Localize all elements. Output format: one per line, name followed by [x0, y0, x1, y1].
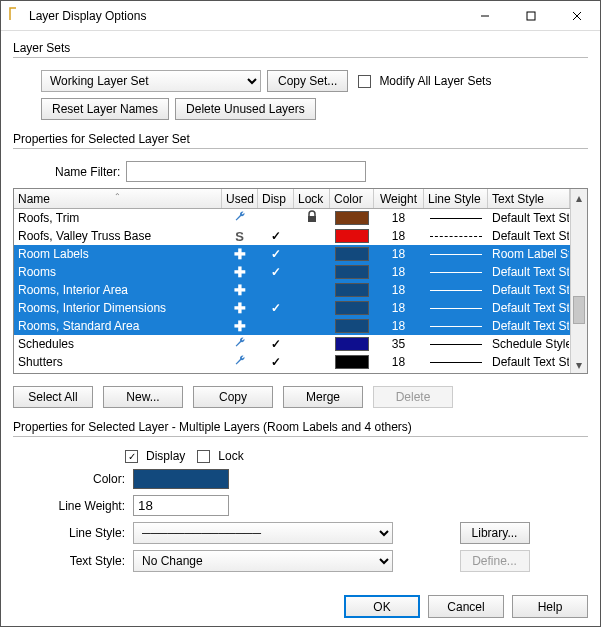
check-icon: ✓ — [271, 337, 281, 351]
cell-used: ✚ — [222, 263, 258, 281]
copy-set-button[interactable]: Copy Set... — [267, 70, 348, 92]
wrench-icon — [233, 354, 247, 371]
line-weight-input[interactable] — [133, 495, 229, 516]
cell-disp[interactable]: ✓ — [258, 227, 294, 245]
cell-textstyle: Default Text Style — [488, 317, 570, 335]
col-lock[interactable]: Lock — [294, 189, 330, 208]
scroll-down-icon[interactable]: ▾ — [571, 356, 587, 373]
cell-color[interactable] — [330, 263, 374, 281]
cell-lock[interactable] — [294, 281, 330, 299]
plus-icon: ✚ — [234, 264, 246, 280]
check-icon: ✓ — [271, 229, 281, 243]
delete-unused-layers-button[interactable]: Delete Unused Layers — [175, 98, 316, 120]
cell-lock[interactable] — [294, 245, 330, 263]
maximize-button[interactable] — [508, 1, 554, 30]
cell-color[interactable] — [330, 335, 374, 353]
cell-disp[interactable]: ✓ — [258, 263, 294, 281]
table-row[interactable]: Rooms, Interior Area✚18Default Text Styl… — [14, 281, 570, 299]
table-row[interactable]: Shutters✓18Default Text Style — [14, 353, 570, 371]
col-used[interactable]: Used — [222, 189, 258, 208]
table-row[interactable]: Rooms✚✓18Default Text Style — [14, 263, 570, 281]
color-swatch[interactable] — [133, 469, 229, 489]
cell-lock[interactable] — [294, 263, 330, 281]
col-name[interactable]: Name — [18, 192, 50, 206]
cell-lock[interactable] — [294, 299, 330, 317]
cell-color[interactable] — [330, 299, 374, 317]
table-row[interactable]: Rooms, Interior Dimensions✚✓18Default Te… — [14, 299, 570, 317]
ok-button[interactable]: OK — [344, 595, 420, 618]
vertical-scrollbar[interactable]: ▴ ▾ — [570, 189, 587, 373]
table-row[interactable]: Roofs, Trim18Default Text Style — [14, 209, 570, 227]
table-header[interactable]: Name⌃ Used Disp Lock Color Weight Line S… — [14, 189, 570, 209]
scroll-up-icon[interactable]: ▴ — [571, 189, 587, 206]
cell-lock[interactable] — [294, 209, 330, 227]
cell-lock[interactable] — [294, 353, 330, 371]
layer-set-select[interactable]: Working Layer Set — [41, 70, 261, 92]
cell-linestyle — [424, 353, 488, 371]
library-button[interactable]: Library... — [460, 522, 530, 544]
check-icon: ✓ — [271, 247, 281, 261]
cell-weight: 18 — [374, 227, 424, 245]
cell-weight: 18 — [374, 299, 424, 317]
col-disp[interactable]: Disp — [258, 189, 294, 208]
text-style-select[interactable]: No Change — [133, 550, 393, 572]
cell-used: S — [222, 227, 258, 245]
col-color[interactable]: Color — [330, 189, 374, 208]
cell-color[interactable] — [330, 245, 374, 263]
line-style-select[interactable]: ────────────── — [133, 522, 393, 544]
cell-used: ✚ — [222, 299, 258, 317]
copy-layer-button[interactable]: Copy — [193, 386, 273, 408]
minimize-button[interactable] — [462, 1, 508, 30]
cell-color[interactable] — [330, 227, 374, 245]
cell-disp[interactable]: ✓ — [258, 299, 294, 317]
name-filter-input[interactable] — [126, 161, 366, 182]
col-textstyle[interactable]: Text Style — [488, 189, 570, 208]
cell-linestyle — [424, 245, 488, 263]
cell-disp[interactable]: ✓ — [258, 335, 294, 353]
help-button[interactable]: Help — [512, 595, 588, 618]
cell-lock[interactable] — [294, 227, 330, 245]
scroll-thumb[interactable] — [573, 296, 585, 324]
modify-all-checkbox[interactable]: Modify All Layer Sets — [358, 74, 491, 88]
table-row[interactable]: Room Labels✚✓18Room Label Style — [14, 245, 570, 263]
cell-linestyle — [424, 227, 488, 245]
merge-button[interactable]: Merge — [283, 386, 363, 408]
cell-textstyle: Room Label Style — [488, 245, 570, 263]
check-icon: ✓ — [271, 301, 281, 315]
table-row[interactable]: Roofs, Valley Truss BaseS✓18Default Text… — [14, 227, 570, 245]
cell-disp[interactable]: ✓ — [258, 245, 294, 263]
select-all-button[interactable]: Select All — [13, 386, 93, 408]
cell-name: Roofs, Valley Truss Base — [14, 227, 222, 245]
cell-lock[interactable] — [294, 335, 330, 353]
reset-layer-names-button[interactable]: Reset Layer Names — [41, 98, 169, 120]
cell-lock[interactable] — [294, 317, 330, 335]
close-button[interactable] — [554, 1, 600, 30]
cell-disp[interactable]: ✓ — [258, 353, 294, 371]
display-checkbox[interactable]: Display — [125, 449, 185, 463]
table-row[interactable]: Schedules✓35Schedule Style — [14, 335, 570, 353]
cell-color[interactable] — [330, 353, 374, 371]
lock-label: Lock — [218, 449, 243, 463]
wrench-icon — [233, 210, 247, 227]
cell-disp[interactable] — [258, 209, 294, 227]
cell-weight: 18 — [374, 263, 424, 281]
cell-color[interactable] — [330, 317, 374, 335]
col-weight[interactable]: Weight — [374, 189, 424, 208]
cell-disp[interactable] — [258, 281, 294, 299]
cell-disp[interactable] — [258, 317, 294, 335]
cell-textstyle: Default Text Style — [488, 281, 570, 299]
cell-weight: 18 — [374, 281, 424, 299]
name-filter-label: Name Filter: — [55, 165, 120, 179]
check-icon: ✓ — [271, 355, 281, 369]
new-layer-button[interactable]: New... — [103, 386, 183, 408]
cell-color[interactable] — [330, 281, 374, 299]
lock-checkbox[interactable]: Lock — [197, 449, 243, 463]
col-linestyle[interactable]: Line Style — [424, 189, 488, 208]
cancel-button[interactable]: Cancel — [428, 595, 504, 618]
plus-icon: ✚ — [234, 318, 246, 334]
s-icon: S — [235, 229, 244, 244]
sort-indicator-icon: ⌃ — [114, 192, 121, 201]
svg-rect-4 — [308, 216, 316, 222]
table-row[interactable]: Rooms, Standard Area✚18Default Text Styl… — [14, 317, 570, 335]
cell-color[interactable] — [330, 209, 374, 227]
